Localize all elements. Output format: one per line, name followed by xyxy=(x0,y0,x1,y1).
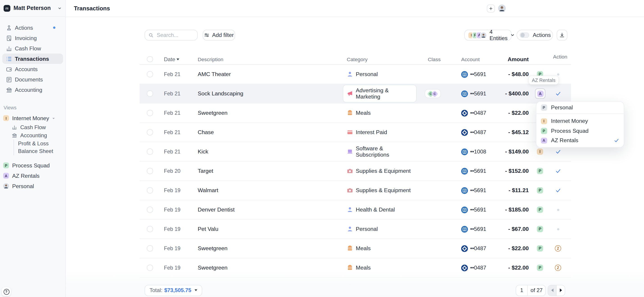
list-icon xyxy=(6,55,12,62)
cell-amount: - $152.00 xyxy=(498,168,532,174)
chase-icon xyxy=(461,129,468,136)
row-checkbox[interactable] xyxy=(147,246,153,252)
entity-badge[interactable]: P xyxy=(537,245,543,252)
dropdown-item-internet-money[interactable]: I Internet Money xyxy=(536,116,624,126)
sidebar-item-cash-flow[interactable]: Cash Flow xyxy=(2,43,63,53)
person-icon xyxy=(347,71,353,77)
cell-description: Chase xyxy=(187,129,347,135)
view-im-accounting[interactable]: Accounting xyxy=(0,131,65,139)
entities-filter-button[interactable]: I P A 4 Entities xyxy=(464,30,512,40)
row-checkbox[interactable] xyxy=(147,129,153,135)
dropdown-item-personal[interactable]: P Personal xyxy=(536,103,624,112)
page-number[interactable]: 1 xyxy=(516,285,528,296)
row-checkbox[interactable] xyxy=(147,71,153,77)
add-button[interactable] xyxy=(487,4,495,12)
meals-icon xyxy=(347,245,353,252)
select-all-checkbox[interactable] xyxy=(147,56,153,62)
table-row[interactable]: Feb 21 Kick Software & Subscriptions AME… xyxy=(140,142,571,162)
table-row[interactable]: Feb 20 Target Supplies & Equipment AMEX•… xyxy=(140,162,571,181)
entity-badge-process-squad: P xyxy=(3,162,9,168)
cell-date: Feb 21 xyxy=(153,71,187,77)
top-bar xyxy=(66,0,644,17)
sidebar-item-accounts[interactable]: Accounts xyxy=(2,64,63,74)
meals-icon xyxy=(347,110,353,116)
next-page-button[interactable] xyxy=(557,285,565,296)
megaphone-icon xyxy=(347,90,353,97)
confirm-check-icon[interactable] xyxy=(555,91,561,96)
credit-card-icon xyxy=(347,129,353,135)
entity-select-button[interactable]: A xyxy=(535,88,545,99)
sidebar-item-invoicing[interactable]: Invoicing xyxy=(2,33,63,43)
svg-text:EX: EX xyxy=(464,210,466,211)
table-row[interactable]: Feb 21 Chase Interest Paid ••0487 - $45.… xyxy=(140,123,571,142)
row-checkbox[interactable] xyxy=(147,187,153,194)
class-chip[interactable]: CC xyxy=(425,89,441,98)
column-header-date[interactable]: Date xyxy=(153,56,187,62)
table-row[interactable]: Feb 21 Sock Landscaping Advertising & Ma… xyxy=(140,84,571,103)
row-checkbox[interactable] xyxy=(147,207,153,213)
caret-down-icon[interactable] xyxy=(52,116,56,120)
help-button[interactable]: ? xyxy=(2,287,11,296)
sidebar-item-accounting[interactable]: Accounting xyxy=(2,85,63,95)
bar-chart-icon xyxy=(6,45,12,51)
search-box[interactable] xyxy=(144,30,198,40)
toggle-switch[interactable] xyxy=(520,32,529,38)
entity-badge[interactable]: P xyxy=(537,207,543,213)
cell-description: Kick xyxy=(187,148,347,155)
entity-badge[interactable]: P xyxy=(537,187,543,194)
table-row[interactable]: Feb 21 AMC Theater Personal AMEX••5691 -… xyxy=(140,65,571,84)
entity-badge[interactable]: P xyxy=(537,168,543,174)
entities-label: 4 Entities xyxy=(490,29,508,41)
workspace-switcher[interactable]: /II Matt Peterson xyxy=(0,0,65,17)
search-input[interactable] xyxy=(156,31,194,39)
total-selector[interactable]: Total: $73,505.75 xyxy=(144,285,202,296)
confirm-check-icon[interactable] xyxy=(555,187,561,193)
row-checkbox[interactable] xyxy=(147,168,153,174)
add-filter-label: Add filter xyxy=(212,32,234,38)
entity-badge[interactable]: I xyxy=(537,148,543,155)
prev-page-button[interactable] xyxy=(548,285,557,296)
amex-icon: AMEX xyxy=(461,187,468,194)
view-internet-money[interactable]: I Internet Money xyxy=(0,113,65,123)
row-checkbox[interactable] xyxy=(147,226,153,232)
row-checkbox[interactable] xyxy=(147,91,153,97)
chevron-down-icon xyxy=(510,33,515,37)
amex-icon: AMEX xyxy=(461,90,468,97)
table-row[interactable]: Feb 19 Denver Dentist Health & Dental AM… xyxy=(140,200,571,220)
row-checkbox[interactable] xyxy=(147,110,153,116)
view-process-squad[interactable]: P Process Squad xyxy=(0,160,65,171)
sidebar-item-actions[interactable]: Actions xyxy=(2,22,63,33)
view-im-cash-flow[interactable]: Cash Flow xyxy=(0,123,65,131)
view-az-rentals[interactable]: A AZ Rentals xyxy=(0,171,65,181)
table-row[interactable]: Feb 19 Sweetgreen Meals ••0487 - $22.00 … xyxy=(140,239,571,258)
table-row[interactable]: Feb 19 Walmart Supplies & Equipment AMEX… xyxy=(140,181,571,200)
view-profit-loss[interactable]: Profit & Loss xyxy=(0,139,65,147)
download-button[interactable] xyxy=(557,30,568,40)
duplicate-count-badge[interactable]: 2 xyxy=(555,245,561,252)
row-checkbox[interactable] xyxy=(147,149,153,155)
confirm-check-icon[interactable] xyxy=(555,168,561,174)
dropdown-item-process-squad[interactable]: P Process Squad xyxy=(536,126,624,136)
view-balance-sheet[interactable]: Balance Sheet xyxy=(0,147,65,155)
document-icon xyxy=(6,76,12,83)
cell-account: ••5691 xyxy=(470,168,486,174)
cell-category: Meals xyxy=(356,245,371,252)
table-row[interactable]: Feb 19 Pet Valu Personal AMEX••5691 - $6… xyxy=(140,220,571,239)
bar-chart-icon xyxy=(12,125,17,130)
app-logo: /II xyxy=(4,5,10,11)
category-chip[interactable]: Advertising & Marketing xyxy=(343,85,416,103)
page-title: Transactions xyxy=(74,0,110,17)
actions-toggle[interactable]: Actions xyxy=(516,30,553,40)
sidebar-item-transactions[interactable]: Transactions xyxy=(2,53,63,64)
svg-text:EX: EX xyxy=(464,94,466,95)
user-avatar[interactable] xyxy=(498,4,506,12)
next-icon xyxy=(560,289,562,292)
sidebar-item-documents[interactable]: Documents xyxy=(2,74,63,85)
status-dot-icon xyxy=(557,228,559,230)
dropdown-item-az-rentals[interactable]: A AZ Rentals xyxy=(536,136,624,145)
confirm-check-icon[interactable] xyxy=(555,149,561,155)
view-personal[interactable]: Personal xyxy=(0,181,65,191)
add-filter-button[interactable]: Add filter xyxy=(203,30,235,40)
entity-badge[interactable]: P xyxy=(537,226,543,232)
table-row[interactable]: Feb 21 Sweetgreen Meals ••0487 - $22.00 xyxy=(140,103,571,123)
